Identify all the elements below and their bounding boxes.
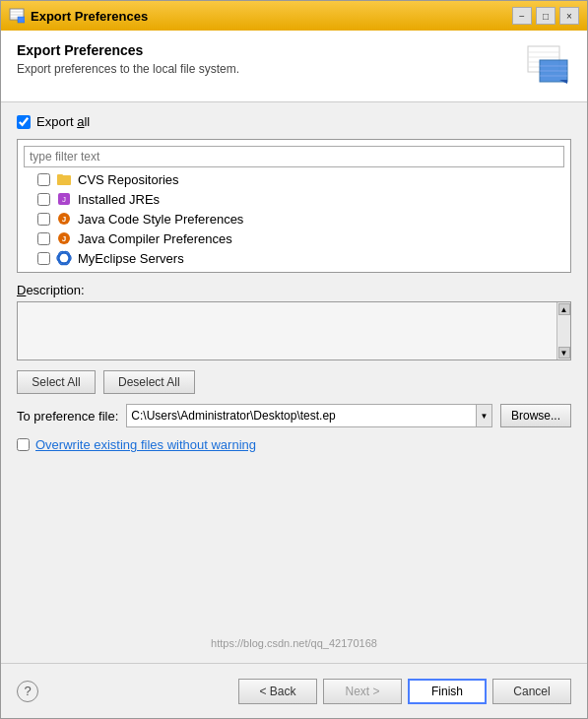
preference-file-row: To preference file: ▼ Browse... [17,404,571,427]
tree-item[interactable]: JInstalled JREs [18,189,570,209]
export-all-label: Export all [36,114,90,129]
window-controls: − □ × [512,7,579,25]
maximize-button[interactable]: □ [536,7,555,25]
tree-item-checkbox[interactable] [37,252,50,265]
tree-item[interactable]: CVS Repositories [18,169,570,189]
header-text: Export Preferences Export preferences to… [17,42,239,76]
tree-item-icon: J [56,191,72,207]
tree-item-checkbox[interactable] [37,193,50,206]
tree-item-icon [56,171,72,187]
preference-file-input-wrapper: ▼ [126,404,492,427]
items-container: CVS RepositoriesJInstalled JREsJJava Cod… [17,139,571,273]
scroll-down-arrow[interactable]: ▼ [558,347,570,359]
select-buttons-row: Select All Deselect All [17,370,571,394]
window-title: Export Preferences [31,9,512,24]
svg-point-25 [56,250,72,266]
title-bar: Export Preferences − □ × [1,1,587,31]
svg-rect-4 [18,17,25,23]
close-button[interactable]: × [559,7,579,25]
tree-item-label: Java Code Style Preferences [78,212,243,227]
bottom-buttons: < Back Next > Finish Cancel [238,679,571,704]
tree-items-container: CVS RepositoriesJInstalled JREsJJava Cod… [18,169,570,268]
filter-row [18,144,570,169]
back-button[interactable]: < Back [238,679,317,704]
header-icon [524,42,571,90]
header-section: Export Preferences Export preferences to… [1,31,587,102]
preference-file-dropdown[interactable]: ▼ [476,405,491,426]
tree-item-icon: J [56,211,72,227]
description-box: ▲ ▼ [17,301,571,360]
tree-item-icon [56,250,72,266]
window: Export Preferences − □ × Export Preferen… [0,0,588,719]
tree-item-label: CVS Repositories [78,172,179,187]
preference-file-input[interactable] [127,405,476,426]
tree-item-checkbox[interactable] [37,232,50,245]
main-content: Export all CVS RepositoriesJInstalled JR… [1,102,587,663]
bottom-bar: ? < Back Next > Finish Cancel [1,663,587,718]
select-all-button[interactable]: Select All [17,370,96,394]
description-section: Description: ▲ ▼ [17,283,571,360]
finish-button[interactable]: Finish [408,679,487,704]
svg-text:J: J [62,215,66,224]
tree-item[interactable]: MyEclipse Servers [18,248,570,268]
watermark-text: https://blog.csdn.net/qq_42170168 [17,635,571,651]
tree-item[interactable]: JJava Code Style Preferences [18,209,570,229]
tree-item-label: Installed JREs [78,192,160,207]
tree-item-label: Java Compiler Preferences [78,231,232,246]
tree-item-icon: J [56,230,72,246]
cancel-button[interactable]: Cancel [492,679,571,704]
deselect-all-button[interactable]: Deselect All [103,370,195,394]
filter-input[interactable] [24,146,564,167]
preference-file-label: To preference file: [17,409,118,424]
tree-item-checkbox[interactable] [37,173,50,186]
window-icon [9,8,25,24]
export-all-checkbox[interactable] [17,115,31,129]
overwrite-label: Overwrite existing files without warning [35,437,256,452]
next-button[interactable]: Next > [323,679,402,704]
tree-item-label: MyEclipse Servers [78,251,184,266]
export-all-row: Export all [17,114,571,129]
page-title: Export Preferences [17,42,239,58]
scroll-up-arrow[interactable]: ▲ [558,303,570,315]
overwrite-row: Overwrite existing files without warning [17,437,571,452]
tree-item-checkbox[interactable] [37,213,50,226]
description-label: Description: [17,283,571,297]
page-subtitle: Export preferences to the local file sys… [17,62,239,76]
browse-button[interactable]: Browse... [500,404,571,427]
help-button[interactable]: ? [17,681,38,702]
overwrite-checkbox[interactable] [17,438,30,451]
description-scrollbar[interactable]: ▲ ▼ [556,302,570,360]
svg-rect-16 [57,174,63,177]
minimize-button[interactable]: − [512,7,532,25]
svg-text:J: J [62,195,66,204]
tree-item[interactable]: JJava Compiler Preferences [18,229,570,248]
svg-text:J: J [62,234,66,243]
